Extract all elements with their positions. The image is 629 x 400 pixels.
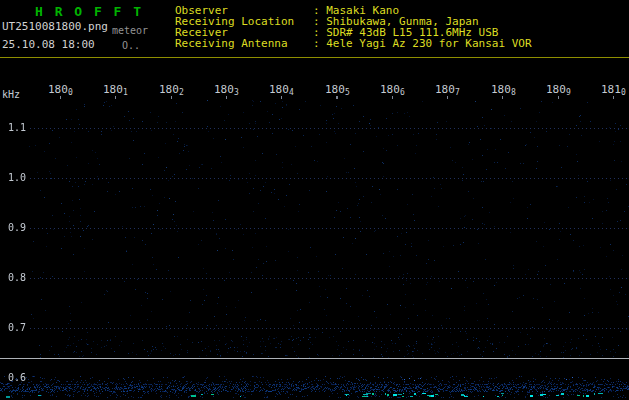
gridline: [30, 328, 629, 329]
info-row-antenna: Receiving Antenna: 4ele Yagi Az 230 for …: [175, 38, 532, 49]
info-label: Receiving Antenna: [175, 38, 313, 49]
x-axis-tick-marks: [60, 96, 616, 99]
gridline: [30, 278, 629, 279]
info-separator: :: [313, 37, 326, 50]
y-tick-label: 1.1: [4, 123, 26, 133]
status-label: O..: [122, 41, 140, 51]
gridline: [30, 178, 629, 179]
y-axis-unit-label: kHz: [2, 90, 20, 100]
app-title: H R O F F T: [35, 5, 143, 18]
echo-marker-strip-canvas: [0, 392, 629, 400]
receiver-info-block: Observer: Masaki Kano Receiving Location…: [175, 5, 532, 49]
signal-level-strip-canvas: [0, 359, 629, 386]
spectrogram-baseline: [0, 358, 629, 359]
y-tick-label: 0.9: [4, 223, 26, 233]
datetime-label: 25.10.08 18:00: [2, 39, 95, 50]
y-tick-label: 0.6: [4, 373, 26, 383]
header-divider: [0, 57, 629, 58]
filename-label: UT2510081800.png: [2, 21, 108, 32]
gridline: [30, 228, 629, 229]
info-value: 4ele Yagi Az 230 for Kansai VOR: [326, 37, 531, 50]
y-tick-label: 0.7: [4, 323, 26, 333]
gridline: [30, 128, 629, 129]
y-tick-label: 0.8: [4, 273, 26, 283]
y-tick-label: 1.0: [4, 173, 26, 183]
mode-label: meteor: [112, 26, 148, 36]
hrofft-screen: H R O F F T UT2510081800.png meteor 25.1…: [0, 0, 629, 400]
spectrogram-canvas: [28, 100, 629, 358]
